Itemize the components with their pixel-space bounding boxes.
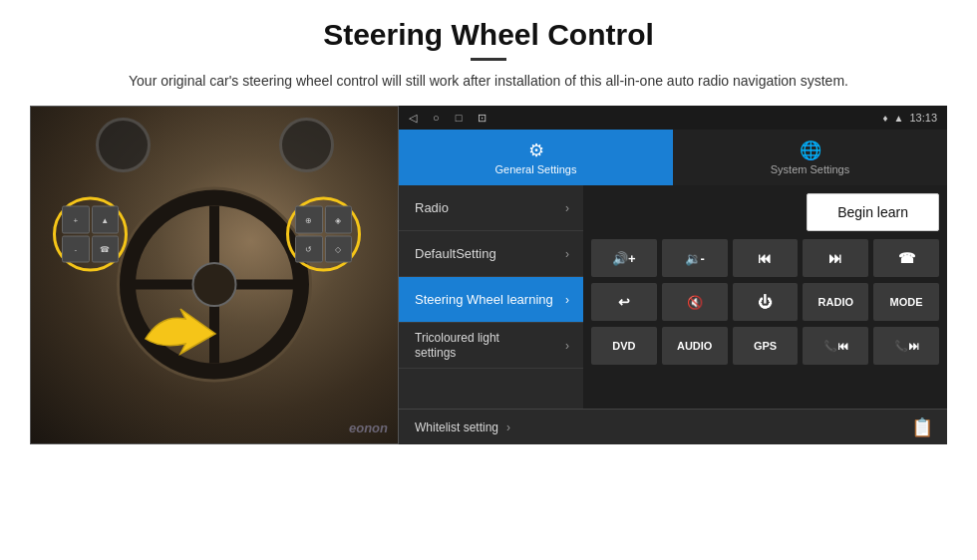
hang-up-icon: ↩ [618, 294, 630, 310]
mode-label: MODE [890, 296, 923, 308]
prev-track-icon: ⏮ [758, 250, 772, 266]
menu-item-default-setting[interactable]: DefaultSetting › [399, 231, 583, 277]
highlight-circle-right: ⊕ ◈ ↺ ◇ [286, 197, 361, 272]
tab-general-settings[interactable]: ⚙ General Settings [399, 130, 673, 185]
recents-icon[interactable]: □ [456, 112, 463, 124]
radio-label: RADIO [818, 296, 853, 308]
mute-icon: 🔇 [687, 295, 703, 310]
page-title: Steering Wheel Control [323, 18, 654, 52]
menu-item-radio[interactable]: Radio › [399, 185, 583, 231]
dvd-button[interactable]: DVD [591, 327, 657, 365]
control-buttons-row3: DVD AUDIO GPS 📞⏮ 📞⏭ [591, 327, 939, 365]
tab-row: ⚙ General Settings 🌐 System Settings [399, 130, 947, 185]
tab-system-label: System Settings [771, 163, 849, 175]
whitelist-right: 📋 [911, 417, 933, 438]
file-icon: 📋 [911, 417, 933, 438]
chevron-icon-steering: › [565, 293, 569, 307]
next-track-icon: ⏭ [828, 250, 842, 266]
whitelist-bar: Whitelist setting › 📋 [399, 409, 947, 444]
next-track-button[interactable]: ⏭ [803, 239, 868, 277]
hang-up-button[interactable]: ↩ [591, 283, 657, 321]
audio-label: AUDIO [677, 340, 712, 352]
radio-button[interactable]: RADIO [803, 283, 868, 321]
button-panel: Begin learn 🔊+ 🔉- ⏮ [583, 185, 947, 409]
gps-button[interactable]: GPS [733, 327, 799, 365]
call-next-icon: 📞⏭ [894, 340, 919, 353]
menu-item-tricoloured[interactable]: Tricoloured lightsettings › [399, 323, 583, 369]
vol-up-button[interactable]: 🔊+ [591, 239, 657, 277]
whitelist-label: Whitelist setting [415, 420, 498, 434]
status-bar-right: ♦ ▲ 13:13 [882, 112, 937, 124]
call-prev-icon: 📞⏮ [823, 340, 848, 353]
menu-item-tricoloured-label: Tricoloured lightsettings [415, 331, 499, 360]
wifi-icon: ▲ [894, 113, 904, 124]
menu-item-steering-label: Steering Wheel learning [415, 292, 553, 308]
menu-item-steering-wheel[interactable]: Steering Wheel learning › [399, 277, 583, 323]
chevron-icon-tricoloured: › [565, 339, 569, 353]
chevron-icon-default: › [565, 247, 569, 261]
status-bar: ◁ ○ □ ⊡ ♦ ▲ 13:13 [399, 106, 947, 130]
back-icon[interactable]: ◁ [409, 112, 417, 125]
power-button[interactable]: ⏻ [733, 283, 799, 321]
mode-button[interactable]: MODE [873, 283, 939, 321]
globe-icon: 🌐 [800, 140, 821, 161]
clock: 13:13 [909, 112, 937, 124]
call-prev-button[interactable]: 📞⏮ [803, 327, 868, 365]
begin-learn-row: Begin learn [591, 193, 939, 231]
audio-button[interactable]: AUDIO [662, 327, 728, 365]
menu-item-radio-label: Radio [415, 200, 449, 216]
prev-track-button[interactable]: ⏮ [733, 239, 799, 277]
steering-bg: + ▲ - ☎ ⊕ ◈ ↺ ◇ [31, 107, 398, 443]
tab-system-settings[interactable]: 🌐 System Settings [673, 130, 947, 185]
vol-down-icon: 🔉- [685, 251, 705, 266]
menu-item-default-label: DefaultSetting [415, 246, 496, 262]
title-divider [471, 58, 506, 61]
control-buttons-row2: ↩ 🔇 ⏻ RADIO MODE [591, 283, 939, 321]
dvd-label: DVD [612, 340, 635, 352]
steering-wheel-image: + ▲ - ☎ ⊕ ◈ ↺ ◇ [30, 106, 399, 444]
page-wrapper: Steering Wheel Control Your original car… [0, 0, 977, 560]
android-panel: ◁ ○ □ ⊡ ♦ ▲ 13:13 ⚙ General Settings [399, 106, 947, 444]
mute-button[interactable]: 🔇 [662, 283, 728, 321]
highlight-circle-left: + ▲ - ☎ [53, 197, 128, 272]
call-icon: ☎ [898, 250, 915, 266]
menu-icon[interactable]: ⊡ [478, 112, 487, 125]
menu-list: Radio › DefaultSetting › Steering Wheel … [399, 185, 583, 409]
vol-up-icon: 🔊+ [612, 251, 636, 266]
begin-learn-button[interactable]: Begin learn [807, 193, 939, 231]
panel-body: Radio › DefaultSetting › Steering Wheel … [399, 185, 947, 409]
gps-label: GPS [754, 340, 777, 352]
content-area: + ▲ - ☎ ⊕ ◈ ↺ ◇ [30, 106, 947, 550]
control-buttons-row1: 🔊+ 🔉- ⏮ ⏭ ☎ [591, 239, 939, 277]
arrow-indicator [141, 299, 220, 383]
chevron-icon-radio: › [565, 201, 569, 215]
page-subtitle: Your original car's steering wheel contr… [129, 71, 848, 92]
vol-down-button[interactable]: 🔉- [662, 239, 728, 277]
call-button[interactable]: ☎ [873, 239, 939, 277]
location-icon: ♦ [882, 113, 887, 124]
home-icon[interactable]: ○ [433, 112, 440, 124]
tab-general-label: General Settings [495, 163, 577, 175]
settings-icon: ⚙ [528, 140, 544, 161]
call-next-button[interactable]: 📞⏭ [873, 327, 939, 365]
power-icon: ⏻ [758, 294, 772, 310]
nav-icons: ◁ ○ □ ⊡ [409, 112, 487, 125]
chevron-icon-whitelist: › [506, 420, 510, 434]
